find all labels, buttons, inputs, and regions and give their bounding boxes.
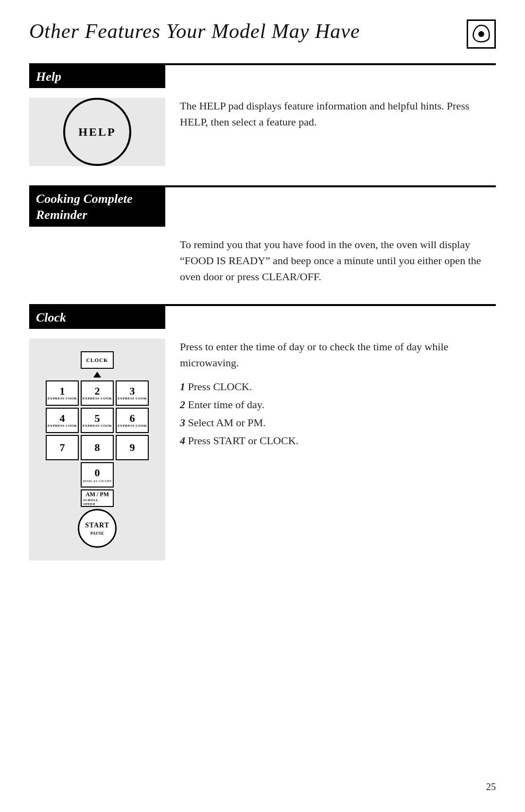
clock-image: CLOCK 1 EXPRESS COOK 2 EXPRESS COOK: [29, 339, 165, 560]
clock-key-row: CLOCK: [81, 351, 114, 369]
key-ampm: AM / PM SCROLL SPEED: [81, 489, 114, 507]
help-description: The HELP pad displays feature informatio…: [180, 98, 496, 166]
help-section: Help HELP The HELP pad displays feature …: [29, 65, 496, 166]
key-7: 7: [46, 435, 79, 460]
step-2: 2 Enter time of day.: [180, 397, 496, 413]
step-1: 1 Press CLOCK.: [180, 379, 496, 395]
help-image: HELP: [29, 98, 165, 166]
key-8: 8: [81, 435, 114, 460]
key-3: 3 EXPRESS COOK: [116, 380, 149, 406]
help-button: HELP: [63, 98, 131, 166]
key-4: 4 EXPRESS COOK: [46, 408, 79, 433]
page-number: 25: [486, 781, 496, 793]
help-button-label: HELP: [78, 126, 116, 139]
start-button: START PAUSE: [78, 509, 117, 548]
step-4: 4 Press START or CLOCK.: [180, 433, 496, 449]
clock-description: Press to enter the time of day or to che…: [180, 339, 496, 560]
clock-body: CLOCK 1 EXPRESS COOK 2 EXPRESS COOK: [29, 329, 496, 560]
help-header: Help: [29, 65, 165, 88]
keys-row-4: 0 DISPLAY ON/OFF: [81, 462, 114, 487]
help-body: HELP The HELP pad displays feature infor…: [29, 88, 496, 166]
start-row: START PAUSE: [78, 509, 117, 548]
key-2: 2 EXPRESS COOK: [81, 380, 114, 406]
clock-steps: 1 Press CLOCK. 2 Enter time of day. 3 Se…: [180, 379, 496, 449]
page-title: Other Features Your Model May Have: [29, 19, 360, 43]
cooking-section: Cooking Complete Reminder To remind you …: [29, 187, 496, 285]
svg-point-0: [478, 31, 484, 37]
keys-row-2: 4 EXPRESS COOK 5 EXPRESS COOK 6 EXPRESS …: [46, 408, 149, 433]
cooking-description: To remind you that you have food in the …: [180, 236, 496, 285]
clock-header: Clock: [29, 306, 165, 329]
key-6: 6 EXPRESS COOK: [116, 408, 149, 433]
cooking-image: [29, 236, 165, 285]
clock-key: CLOCK: [81, 351, 114, 369]
key-5: 5 EXPRESS COOK: [81, 408, 114, 433]
keys-row-1: 1 EXPRESS COOK 2 EXPRESS COOK 3 EXPRESS …: [46, 380, 149, 406]
step-3: 3 Select AM or PM.: [180, 415, 496, 431]
ampm-row: AM / PM SCROLL SPEED: [81, 489, 114, 507]
keypad: CLOCK 1 EXPRESS COOK 2 EXPRESS COOK: [34, 343, 160, 556]
cooking-body: To remind you that you have food in the …: [29, 227, 496, 285]
triangle-row: [93, 371, 101, 379]
keys-row-3: 7 8 9: [46, 435, 149, 460]
cooking-header: Cooking Complete Reminder: [29, 187, 165, 227]
key-0: 0 DISPLAY ON/OFF: [81, 462, 114, 487]
key-1: 1 EXPRESS COOK: [46, 380, 79, 406]
triangle-up-icon: [93, 372, 101, 378]
key-9: 9: [116, 435, 149, 460]
page-header: Other Features Your Model May Have: [29, 19, 496, 49]
clock-section: Clock CLOCK 1 EXPRESS COOK: [29, 306, 496, 560]
page-icon: [467, 19, 496, 49]
